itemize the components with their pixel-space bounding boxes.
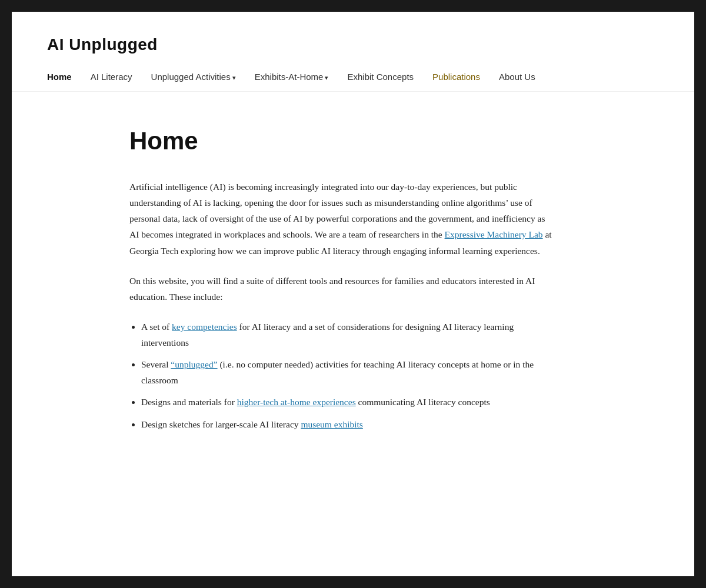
list-item: A set of key competencies for AI literac… xyxy=(141,319,553,350)
intro-paragraph: Artificial intelligence (AI) is becoming… xyxy=(129,179,553,259)
bullet-list: A set of key competencies for AI literac… xyxy=(141,319,553,432)
body-paragraph: On this website, you will find a suite o… xyxy=(129,273,553,305)
page-heading: Home xyxy=(129,127,553,155)
list-item: Design sketches for larger-scale AI lite… xyxy=(141,416,553,432)
museum-exhibits-link[interactable]: museum exhibits xyxy=(301,419,362,429)
site-title: AI Unplugged xyxy=(47,35,659,54)
site-header: AI Unplugged Home AI Literacy Unplugged … xyxy=(12,12,694,92)
unplugged-link[interactable]: “unplugged” xyxy=(171,359,217,369)
bullet-2-prefix: Several xyxy=(141,359,171,369)
nav-exhibits-at-home[interactable]: Exhibits-At-Home xyxy=(245,72,338,82)
expressive-machinery-link[interactable]: Expressive Machinery Lab xyxy=(445,229,543,239)
list-item: Designs and materials for higher-tech at… xyxy=(141,394,553,410)
bullet-3-suffix: communicating AI literacy concepts xyxy=(356,397,490,407)
bullet-1-prefix: A set of xyxy=(141,322,172,332)
nav-unplugged-activities[interactable]: Unplugged Activities xyxy=(142,72,245,82)
nav-about-us[interactable]: About Us xyxy=(489,72,545,82)
nav-home[interactable]: Home xyxy=(47,72,81,82)
page-wrapper: AI Unplugged Home AI Literacy Unplugged … xyxy=(12,12,694,576)
key-competencies-link[interactable]: key competencies xyxy=(172,322,237,332)
nav-ai-literacy[interactable]: AI Literacy xyxy=(81,72,142,82)
bullet-4-prefix: Design sketches for larger-scale AI lite… xyxy=(141,419,301,429)
main-content: Home Artificial intelligence (AI) is bec… xyxy=(12,92,588,473)
higher-tech-link[interactable]: higher-tech at-home experiences xyxy=(237,397,356,407)
nav-exhibit-concepts[interactable]: Exhibit Concepts xyxy=(338,72,423,82)
nav-publications[interactable]: Publications xyxy=(423,72,489,82)
site-nav: Home AI Literacy Unplugged Activities Ex… xyxy=(47,72,659,91)
list-item: Several “unplugged” (i.e. no computer ne… xyxy=(141,356,553,388)
bullet-3-prefix: Designs and materials for xyxy=(141,397,237,407)
